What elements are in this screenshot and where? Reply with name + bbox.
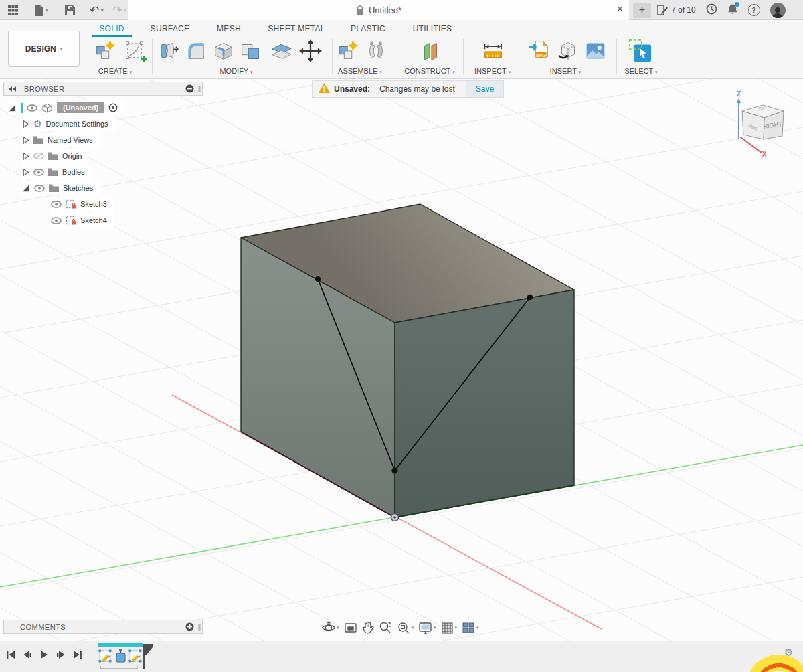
collapsed-triangle-icon[interactable]: [21, 168, 29, 177]
fillet-icon[interactable]: [183, 37, 209, 64]
fit-tool[interactable]: ▾: [397, 621, 414, 635]
view-cube[interactable]: Z TOP RIGHT FRONT X: [724, 89, 803, 163]
grid-settings[interactable]: ▾: [441, 622, 458, 635]
workspace-switcher[interactable]: DESIGN▾: [8, 31, 80, 67]
svg-text:SVG: SVG: [536, 53, 546, 58]
group-construct[interactable]: CONSTRUCT ▾: [404, 67, 454, 75]
tree-row-origin[interactable]: Origin: [21, 149, 88, 163]
construct-plane-icon[interactable]: [418, 37, 443, 64]
press-pull-icon[interactable]: [156, 37, 181, 64]
minimize-panel-icon[interactable]: [185, 84, 198, 93]
comments-panel-header[interactable]: COMMENTS ||: [3, 620, 203, 634]
tree-row-root[interactable]: (Unsaved): [8, 100, 124, 115]
display-settings[interactable]: ▾: [418, 622, 436, 635]
orbit-tool[interactable]: ▾: [322, 621, 339, 635]
timeline-go-to-start-button[interactable]: [5, 649, 16, 660]
collapse-panel-icon[interactable]: [4, 86, 20, 92]
ribbon-toolbar: SOLID SURFACE MESH SHEET METAL PLASTIC U…: [0, 20, 803, 79]
tree-row-sketch4[interactable]: Sketch4: [51, 213, 114, 228]
timeline-playhead[interactable]: [142, 644, 155, 671]
close-tab-icon[interactable]: ✕: [616, 4, 624, 14]
save-button[interactable]: [62, 4, 78, 17]
pan-tool[interactable]: [362, 621, 374, 635]
joint-icon[interactable]: [363, 37, 389, 64]
group-modify[interactable]: MODIFY ▾: [219, 67, 252, 75]
visibility-eye-icon[interactable]: [33, 169, 44, 176]
collapsed-triangle-icon[interactable]: [21, 136, 29, 145]
insert-canvas-icon[interactable]: [583, 37, 608, 64]
tab-surface[interactable]: SURFACE: [151, 24, 190, 33]
document-tab[interactable]: Untitled* ✕: [128, 0, 629, 20]
app-grid-icon[interactable]: [5, 4, 21, 17]
tree-row-named-views[interactable]: Named Views: [21, 133, 100, 147]
viewports-tool[interactable]: ▾: [462, 622, 479, 634]
assemble-new-component-icon[interactable]: [336, 37, 361, 64]
viewport-canvas[interactable]: [0, 79, 803, 641]
activate-component-radio[interactable]: [108, 103, 118, 112]
panel-drag-grip[interactable]: ||: [198, 85, 202, 92]
help-icon[interactable]: ?: [748, 4, 760, 16]
zoom-tool[interactable]: [379, 621, 392, 635]
timeline-step-forward-button[interactable]: [56, 649, 66, 660]
select-icon[interactable]: [628, 37, 653, 64]
file-menu-button[interactable]: ▼: [31, 3, 52, 17]
expanded-triangle-icon[interactable]: [8, 104, 17, 112]
tab-mesh[interactable]: MESH: [217, 24, 241, 33]
browser-panel-header[interactable]: BROWSER ||: [3, 82, 203, 96]
origin-point[interactable]: [391, 514, 399, 521]
avatar[interactable]: [770, 3, 786, 18]
tab-utilities[interactable]: UTILITIES: [413, 24, 452, 33]
notifications-bell-icon[interactable]: [727, 3, 738, 17]
visibility-eye-icon[interactable]: [51, 217, 62, 224]
new-tab-button[interactable]: +: [633, 3, 651, 18]
expanded-triangle-icon[interactable]: [21, 184, 30, 193]
measure-icon[interactable]: [480, 37, 506, 64]
save-link[interactable]: Save: [466, 81, 503, 97]
group-assemble[interactable]: ASSEMBLE ▾: [338, 67, 382, 75]
tab-solid[interactable]: SOLID: [99, 24, 124, 33]
group-select[interactable]: SELECT ▾: [624, 67, 657, 75]
redo-button[interactable]: ↷ ▼: [110, 2, 130, 19]
document-pager[interactable]: 7 of 10: [657, 5, 696, 15]
timeline-go-to-end-button[interactable]: [72, 649, 83, 660]
shell-icon[interactable]: [211, 37, 236, 64]
tab-plastic[interactable]: PLASTIC: [351, 24, 385, 33]
undo-caret[interactable]: ▼: [100, 8, 104, 13]
panel-drag-grip[interactable]: ||: [198, 623, 202, 631]
visibility-eye-icon[interactable]: [34, 185, 45, 192]
undo-button[interactable]: ↶ ▼: [87, 2, 107, 19]
root-document-label[interactable]: (Unsaved): [57, 102, 104, 113]
timeline-step-back-button[interactable]: [22, 649, 33, 660]
visibility-off-eye-icon[interactable]: [33, 152, 44, 160]
tab-sheet-metal[interactable]: SHEET METAL: [268, 24, 325, 33]
offset-face-icon[interactable]: [269, 37, 294, 64]
combine-icon[interactable]: [238, 37, 263, 64]
group-create[interactable]: CREATE ▾: [98, 67, 132, 75]
move-icon[interactable]: [298, 37, 323, 64]
create-sketch-icon[interactable]: [122, 37, 148, 64]
look-at-tool[interactable]: [344, 622, 357, 634]
insert-mesh-icon[interactable]: [555, 37, 581, 64]
tree-row-sketch3[interactable]: Sketch3: [51, 197, 114, 212]
add-comment-icon[interactable]: [185, 622, 198, 631]
group-inspect[interactable]: INSPECT ▾: [474, 67, 511, 75]
group-separator: [152, 39, 153, 74]
viewcube-top-label[interactable]: TOP: [758, 106, 767, 111]
timeline-sketch-feature[interactable]: [98, 649, 112, 663]
tree-label: Sketches: [63, 184, 93, 192]
group-insert[interactable]: INSERT ▾: [550, 67, 582, 75]
collapsed-triangle-icon[interactable]: [21, 120, 29, 129]
tree-row-bodies[interactable]: Bodies: [21, 165, 92, 179]
timeline-sketch-feature[interactable]: [128, 649, 143, 663]
visibility-eye-icon[interactable]: [27, 104, 37, 112]
history-clock-icon[interactable]: [706, 3, 717, 17]
tree-row-document-settings[interactable]: ⚙ Document Settings: [21, 116, 115, 131]
visibility-eye-icon[interactable]: [51, 201, 62, 208]
collapsed-triangle-icon[interactable]: [21, 152, 29, 161]
new-component-icon[interactable]: [93, 37, 118, 64]
timeline-play-button[interactable]: [39, 649, 50, 660]
tree-row-sketches[interactable]: Sketches: [21, 181, 100, 195]
body-box[interactable]: [241, 204, 574, 517]
timeline-extrude-feature[interactable]: [114, 649, 128, 663]
insert-svg-icon[interactable]: SVG: [527, 37, 553, 64]
